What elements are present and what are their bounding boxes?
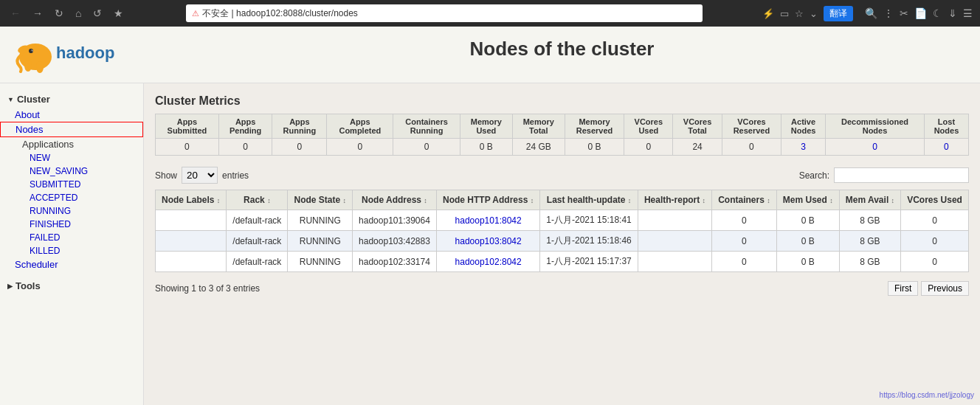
tools-section: Tools [0,277,143,294]
scheduler-link[interactable]: Scheduler [0,257,143,271]
th-containers[interactable]: Containers ↕ [712,190,777,210]
svg-text:hadoop: hadoop [56,44,114,62]
search-icon[interactable]: 🔍 [865,7,877,19]
val-active-nodes[interactable]: 3 [781,139,826,156]
cell-address: hadoop101:39064 [353,210,437,231]
bookmark-button[interactable]: ★ [111,6,126,21]
th-last-health[interactable]: Last health-update ↕ [540,190,638,210]
th-vcores-used[interactable]: VCores Used [901,190,969,210]
cell-health-report [638,210,711,231]
cell-address: hadoop102:33174 [353,252,437,272]
cell-vcores-used: 0 [901,231,969,252]
entries-select[interactable]: 20 50 100 [182,167,218,184]
content-area: Cluster Metrics AppsSubmitted AppsPendin… [144,83,980,405]
th-node-state[interactable]: Node State ↕ [288,190,353,210]
cell-rack: /default-rack [227,252,288,272]
star-icon[interactable]: ☆ [795,8,804,19]
new-link[interactable]: NEW [7,151,143,165]
table-row: /default-rack RUNNING hadoop103:42883 ha… [156,231,969,252]
forward-button[interactable]: → [30,6,46,21]
show-entries: Show 20 50 100 entries [155,167,249,184]
logo-area: hadoop [0,27,144,83]
col-memory-used: MemoryUsed [460,114,512,139]
val-apps-completed: 0 [327,139,393,156]
cell-http-address[interactable]: hadoop103:8042 [436,231,539,252]
th-rack[interactable]: Rack ↕ [227,190,288,210]
scissors-icon[interactable]: ✂ [900,7,908,19]
val-containers-running: 0 [393,139,460,156]
cell-http-address[interactable]: hadoop101:8042 [436,210,539,231]
cell-health-report [638,252,711,272]
previous-button[interactable]: Previous [921,281,969,296]
table-row: /default-rack RUNNING hadoop101:39064 ha… [156,210,969,231]
metrics-table: AppsSubmitted AppsPending AppsRunning Ap… [155,114,969,156]
val-apps-pending: 0 [218,139,272,156]
submitted-link[interactable]: SUBMITTED [7,178,143,191]
accepted-link[interactable]: ACCEPTED [7,191,143,204]
search-bar: Search: [799,167,969,183]
val-vcores-used: 0 [624,139,673,156]
new-saving-link[interactable]: NEW_SAVING [7,165,143,178]
translate-button[interactable]: 翻译 [824,6,853,21]
tools-header[interactable]: Tools [0,277,143,294]
col-apps-pending: AppsPending [218,114,272,139]
cell-health-report [638,231,711,252]
killed-link[interactable]: KILLED [7,244,143,257]
first-button[interactable]: First [888,281,918,296]
applications-header: Applications [7,137,143,151]
history-button[interactable]: ↺ [90,6,105,21]
cell-containers: 0 [712,210,777,231]
pdf-icon[interactable]: 📄 [914,7,927,19]
main-layout: Cluster About Nodes Applications NEW NEW… [0,83,980,405]
cell-state: RUNNING [288,210,353,231]
val-memory-total: 24 GB [512,139,565,156]
failed-link[interactable]: FAILED [7,231,143,244]
cell-vcores-used: 0 [901,210,969,231]
th-node-labels[interactable]: Node Labels ↕ [156,190,227,210]
svg-point-6 [30,50,32,53]
cell-last-health: 1-八月-2021 15:18:41 [540,210,638,231]
entries-label: entries [222,170,249,181]
search-input[interactable] [834,167,969,183]
th-mem-used[interactable]: Mem Used ↕ [776,190,839,210]
running-link[interactable]: RUNNING [7,204,143,218]
apps-grid-icon[interactable]: ⋮ [883,7,894,19]
cell-mem-avail: 8 GB [839,210,900,231]
dark-mode-icon[interactable]: ☾ [933,7,942,19]
val-lost-nodes[interactable]: 0 [924,139,968,156]
browser-chrome: ← → ↻ ⌂ ↺ ★ ⚠ 不安全 | hadoop102:8088/clust… [0,0,980,27]
cell-mem-avail: 8 GB [839,231,900,252]
cell-http-address[interactable]: hadoop102:8042 [436,252,539,272]
cell-vcores-used: 0 [901,252,969,272]
watermark: https://blog.csdm.net/jjzology [880,391,974,399]
th-mem-avail[interactable]: Mem Avail ↕ [839,190,900,210]
cell-last-health: 1-八月-2021 15:17:37 [540,252,638,272]
th-node-http-address[interactable]: Node HTTP Address ↕ [436,190,539,210]
cell-mem-used: 0 B [776,231,839,252]
cluster-header[interactable]: Cluster [0,91,143,108]
more-menu-icon[interactable]: ☰ [963,7,973,19]
col-decommissioned-nodes: DecommissionedNodes [826,114,925,139]
menu-down-icon[interactable]: ⌄ [810,8,818,19]
about-link[interactable]: About [0,108,143,122]
th-node-address[interactable]: Node Address ↕ [353,190,437,210]
home-button[interactable]: ⌂ [72,6,84,21]
header-area: hadoop Nodes of the cluster [0,27,980,83]
th-health-report[interactable]: Health-report ↕ [638,190,711,210]
finished-link[interactable]: FINISHED [7,218,143,231]
nodes-link[interactable]: Nodes [0,122,143,137]
col-active-nodes: ActiveNodes [781,114,826,139]
back-button[interactable]: ← [7,6,24,21]
col-containers-running: ContainersRunning [393,114,460,139]
search-label: Search: [799,170,829,181]
security-icon: ⚠ [192,9,199,18]
metrics-title: Cluster Metrics [155,94,969,108]
val-decommissioned-nodes[interactable]: 0 [826,139,925,156]
reload-button[interactable]: ↻ [52,6,66,21]
footer-text: Showing 1 to 3 of 3 entries [155,283,260,294]
cast-icon: ▭ [780,8,789,19]
download-icon[interactable]: ⇓ [948,7,957,19]
table-row: /default-rack RUNNING hadoop102:33174 ha… [156,252,969,272]
address-bar[interactable]: ⚠ 不安全 | hadoop102:8088/cluster/nodes [186,4,703,22]
cell-state: RUNNING [288,252,353,272]
